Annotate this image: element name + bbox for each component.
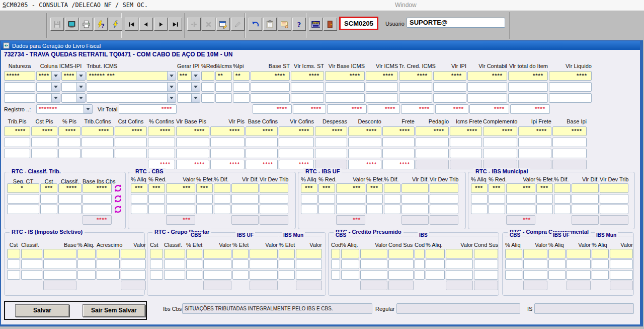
- rtc-compra-governamental-group-cell[interactable]: [523, 259, 547, 269]
- rtc-ibs-municipal-group-cell[interactable]: [471, 194, 488, 204]
- coluna-icms-ipi-select-1[interactable]: ****: [36, 71, 60, 81]
- complemento-input[interactable]: ****: [483, 126, 517, 136]
- ipi-frete-input[interactable]: ****: [518, 126, 551, 136]
- coluna-icms-ipi-select-2[interactable]: [61, 93, 86, 103]
- rtc-ibs-municipal-group-cell[interactable]: [554, 194, 571, 204]
- base-ipi-input[interactable]: [552, 149, 587, 158]
- complemento-input[interactable]: [483, 149, 517, 158]
- dropdown-arrow-icon[interactable]: [191, 94, 200, 102]
- rtc-credito-presumido-group-cell[interactable]: [474, 259, 498, 269]
- rtc-grupo-regular-group-cell[interactable]: [250, 259, 278, 269]
- vlr-base-pis-input[interactable]: [176, 138, 209, 147]
- rtc-grupo-regular-group-cell[interactable]: [232, 259, 249, 269]
- cst-pis-input[interactable]: [31, 149, 57, 158]
- rtc-classif-trib-group-cell[interactable]: ***: [40, 183, 57, 193]
- rtc-ibs-municipal-group-cell[interactable]: [572, 194, 599, 204]
- trib-pis-input[interactable]: ****: [4, 126, 30, 136]
- perc-red-input[interactable]: [201, 82, 214, 92]
- icms-frete-input[interactable]: [450, 149, 482, 158]
- perc-ipi-input[interactable]: **: [233, 71, 250, 81]
- rtc-is-group-cell[interactable]: [21, 270, 42, 280]
- rtc-credito-presumido-group-cell[interactable]: [474, 249, 498, 258]
- salvar-button[interactable]: Salvar: [15, 304, 69, 317]
- rtc-cbs-group-cell[interactable]: [196, 194, 213, 204]
- rtc-cbs-group-cell[interactable]: [148, 205, 165, 214]
- rtc-compra-governamental-group-cell[interactable]: [610, 249, 633, 258]
- rtc-compra-governamental-group-cell[interactable]: [505, 259, 522, 269]
- rtc-grupo-regular-group-cell[interactable]: [279, 270, 295, 280]
- rtc-grupo-regular-group-cell[interactable]: [203, 249, 231, 258]
- rtc-credito-presumido-group-cell[interactable]: [446, 259, 473, 269]
- rtc-cbs-group-cell[interactable]: [196, 205, 213, 214]
- cst-pis-input[interactable]: ****: [31, 126, 57, 136]
- rtc-ibs-municipal-group-cell[interactable]: ***: [536, 183, 553, 193]
- rtc-is-group-cell[interactable]: [43, 270, 76, 280]
- frete-input[interactable]: [382, 138, 415, 147]
- dropdown-arrow-icon[interactable]: [167, 94, 176, 102]
- dropdown-arrow-icon[interactable]: [84, 105, 92, 113]
- vlr-base-icms-input[interactable]: [325, 93, 365, 103]
- coluna-icms-ipi-select-1[interactable]: [36, 93, 60, 103]
- vlr-icms-input[interactable]: [366, 82, 398, 92]
- usuario-input[interactable]: SUPORTE@: [407, 18, 505, 28]
- rtc-credito-presumido-group-cell[interactable]: [426, 249, 445, 258]
- pedagio-input[interactable]: [416, 149, 449, 158]
- rtc-compra-governamental-group-cell[interactable]: [523, 249, 547, 258]
- rtc-is-group-cell[interactable]: [77, 270, 96, 280]
- insert-record-button[interactable]: [187, 18, 201, 31]
- rtc-ibs-municipal-group-cell[interactable]: [600, 183, 628, 193]
- despesas-input[interactable]: ****: [315, 126, 347, 136]
- dropdown-arrow-icon[interactable]: [76, 94, 85, 102]
- rtc-ibs-uf-group-cell[interactable]: [366, 194, 383, 204]
- dropdown-arrow-icon[interactable]: [76, 83, 85, 91]
- vlr-contabil-input[interactable]: ****: [467, 71, 507, 81]
- ipi-frete-input[interactable]: [518, 149, 551, 158]
- frete-input[interactable]: [382, 149, 415, 158]
- rtc-ibs-municipal-group-cell[interactable]: ***: [471, 183, 488, 193]
- rtc-classif-trib-group-cell[interactable]: [58, 205, 82, 214]
- rtc-credito-presumido-group-cell[interactable]: [388, 249, 414, 258]
- registro-select[interactable]: *******: [36, 104, 93, 114]
- desconto-input[interactable]: [348, 138, 381, 147]
- rtc-compra-governamental-group-cell[interactable]: [505, 249, 522, 258]
- rtc-ibs-uf-group-cell[interactable]: [430, 183, 458, 193]
- rtc-cbs-group-cell[interactable]: [231, 205, 259, 214]
- rtc-ibs-uf-group-cell[interactable]: [366, 205, 383, 214]
- rtc-cbs-group-cell[interactable]: [260, 205, 288, 214]
- rtc-compra-governamental-group-cell[interactable]: [523, 270, 547, 280]
- rtc-grupo-regular-group-cell[interactable]: [232, 270, 249, 280]
- rtc-credito-presumido-group-cell[interactable]: [426, 259, 445, 269]
- cst-cofins-input[interactable]: [115, 149, 147, 158]
- preview-button[interactable]: [65, 18, 78, 31]
- menu-button[interactable]: Menu: [309, 18, 323, 31]
- prior-record-button[interactable]: [139, 18, 153, 31]
- vlr-liquido-input[interactable]: [549, 93, 592, 103]
- vlr-pis-input[interactable]: ****: [210, 126, 245, 136]
- rtc-is-group-cell[interactable]: [97, 249, 120, 258]
- gerar-ipi-select[interactable]: [177, 82, 200, 92]
- perc-confins-input[interactable]: ****: [148, 126, 175, 136]
- rtc-credito-presumido-group-cell[interactable]: [446, 270, 473, 280]
- rtc-ibs-uf-group-cell[interactable]: [430, 194, 458, 204]
- cst-pis-input[interactable]: [31, 138, 57, 147]
- rtc-cbs-group-cell[interactable]: [260, 194, 288, 204]
- dropdown-arrow-icon[interactable]: [167, 72, 176, 80]
- rtc-compra-governamental-group-cell[interactable]: [592, 270, 609, 280]
- ipi-frete-input[interactable]: [518, 138, 551, 147]
- rtc-compra-governamental-group-cell[interactable]: [548, 249, 566, 258]
- rtc-is-group-cell[interactable]: [43, 259, 76, 269]
- vlr-ipi-input[interactable]: ****: [433, 71, 466, 81]
- rtc-ibs-uf-group-cell[interactable]: [336, 194, 365, 204]
- vlr-total-item-input[interactable]: [508, 93, 548, 103]
- cst-cofins-input[interactable]: [115, 138, 147, 147]
- tribut-icms-select[interactable]: ****** ***: [87, 71, 176, 81]
- vlr-cofins-input[interactable]: [279, 149, 314, 158]
- rtc-grupo-regular-group-cell[interactable]: [250, 249, 278, 258]
- base-ipi-input[interactable]: [552, 138, 587, 147]
- rtc-ibs-municipal-group-cell[interactable]: [489, 194, 505, 204]
- rtc-compra-governamental-group-cell[interactable]: [592, 259, 609, 269]
- exit-button[interactable]: [324, 18, 337, 31]
- trib-pis-input[interactable]: [4, 138, 30, 147]
- perc-ipi-input[interactable]: [233, 93, 250, 103]
- rtc-compra-governamental-group-cell[interactable]: [548, 259, 566, 269]
